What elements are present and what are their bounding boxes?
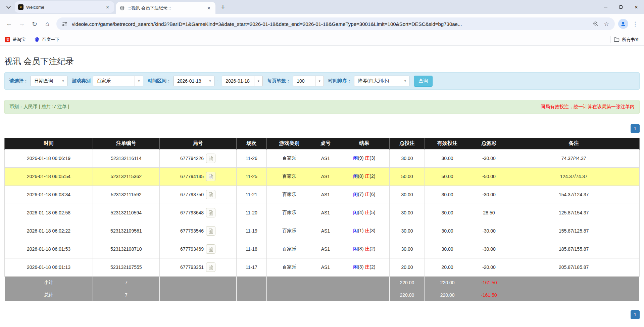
pagination-page-1[interactable]: 1	[631, 124, 640, 133]
cell-note: 74.37/44.37	[508, 149, 640, 167]
cell-time: 2026-01-18 06:02:22	[5, 222, 93, 240]
browser-menu-icon[interactable]: ⋮	[630, 21, 641, 28]
select-type-label: 请选择：	[9, 78, 28, 84]
video-replay-button[interactable]	[206, 244, 215, 254]
cell-note: 155.87/125.87	[508, 222, 640, 240]
chevron-down-icon	[6, 4, 11, 9]
date-start-select[interactable]: 2026-01-18 ▼	[174, 76, 214, 86]
address-bar[interactable]: videoie.com/game/betrecord_search/kind3?…	[56, 17, 615, 30]
back-button[interactable]: ←	[3, 18, 15, 30]
round-id: 677794226	[180, 156, 204, 161]
subtotal-valid-bet: 220.00	[425, 276, 470, 289]
bookmark-baidu[interactable]: 百度一下	[34, 37, 59, 43]
tab-welcome[interactable]: ♛ Welcome ✕	[15, 1, 114, 13]
cell-table-no: AS1	[312, 204, 339, 222]
result-banker: 庄	[365, 264, 369, 270]
column-header: 游戏类别	[267, 138, 312, 149]
cell-payout: -30.00	[470, 222, 508, 240]
subtotal-row: 小计 7 220.00 220.00 -161.50	[5, 276, 640, 289]
cell-result: 闲(4) 庄(5)	[339, 204, 389, 222]
reload-button[interactable]: ↻	[29, 18, 40, 30]
sort-select[interactable]: 降幂(由大到小) ▼	[354, 76, 409, 86]
date-end-value: 2026-01-18	[222, 76, 254, 86]
video-replay-button[interactable]	[206, 208, 215, 217]
query-type-select[interactable]: 日期查询 ▼	[31, 76, 67, 86]
cell-session: 11-20	[236, 204, 267, 222]
maximize-button[interactable]	[613, 0, 629, 14]
cell-game-type: 百家乐	[267, 222, 312, 240]
cell-bet-id: 523132110594	[93, 204, 159, 222]
cell-total-bet: 30.00	[389, 222, 425, 240]
tilde-separator: ~	[217, 78, 219, 84]
cell-note: 205.87/185.87	[508, 258, 640, 276]
cell-total-bet: 50.00	[389, 167, 425, 186]
pagination-page-1[interactable]: 1	[631, 310, 640, 319]
video-replay-button[interactable]	[206, 226, 215, 236]
folder-icon	[614, 37, 620, 42]
cell-table-no: AS1	[312, 240, 339, 258]
filter-panel: 请选择： 日期查询 ▼ 游戏类别 百家乐 ▼ 时间区间： 2026-01-18 …	[4, 72, 640, 90]
home-button[interactable]: ⌂	[42, 18, 53, 30]
result-player: 闲	[353, 173, 358, 179]
all-bookmarks-button[interactable]: 所有书签	[614, 37, 639, 43]
tab-close-icon[interactable]: ✕	[104, 4, 111, 10]
forward-button[interactable]: →	[16, 18, 28, 30]
sort-value: 降幂(由大到小)	[354, 76, 401, 86]
url-text[interactable]: videoie.com/game/betrecord_search/kind3?…	[72, 21, 589, 27]
cell-bet-id: 523132109561	[93, 222, 159, 240]
video-replay-button[interactable]	[206, 172, 215, 181]
cell-table-no: AS1	[312, 222, 339, 240]
tab-bet-record[interactable]: :::视讯 会员下注纪录::: ✕	[116, 2, 215, 14]
welcome-favicon-icon: ♛	[18, 4, 23, 10]
date-end-select[interactable]: 2026-01-18 ▼	[222, 76, 263, 86]
cell-round: 677793648	[159, 204, 236, 222]
cell-note: 154.37/124.37	[508, 186, 640, 204]
video-replay-button[interactable]	[206, 262, 215, 272]
cell-round: 677793351	[159, 258, 236, 276]
total-valid-bet: 220.00	[425, 289, 470, 301]
new-tab-button[interactable]: +	[217, 3, 229, 11]
cell-payout: -30.00	[470, 240, 508, 258]
tab-close-icon[interactable]: ✕	[206, 5, 212, 11]
cell-table-no: AS1	[312, 186, 339, 204]
video-replay-button[interactable]	[206, 190, 215, 199]
search-button[interactable]: 查询	[414, 76, 433, 87]
bookmark-taobao[interactable]: 淘 爱淘宝	[5, 37, 26, 43]
cell-total-bet: 20.00	[389, 258, 425, 276]
column-header: 注单编号	[93, 138, 159, 149]
cell-valid-bet: 20.00	[425, 258, 470, 276]
cell-game-type: 百家乐	[267, 204, 312, 222]
site-settings-icon[interactable]	[61, 20, 68, 28]
table-row: 2026-01-18 06:02:58523132110594677793648…	[5, 204, 640, 222]
round-id: 677793351	[180, 264, 204, 270]
cell-total-bet: 30.00	[389, 204, 425, 222]
bookmarks-bar: 淘 爱淘宝 百度一下 所有书签	[0, 34, 644, 46]
cell-valid-bet: 30.00	[425, 186, 470, 204]
chevron-down-icon: ▼	[254, 76, 262, 86]
cell-session: 11-18	[236, 240, 267, 258]
close-window-button[interactable]: ✕	[629, 0, 644, 14]
cell-valid-bet: 30.00	[425, 149, 470, 167]
cell-round: 677794226	[159, 149, 236, 167]
cell-round: 677793750	[159, 186, 236, 204]
profile-avatar[interactable]	[618, 19, 628, 29]
game-type-select[interactable]: 百家乐 ▼	[93, 76, 143, 86]
total-total-bet: 220.00	[389, 289, 425, 301]
page-size-select[interactable]: 100 ▼	[293, 76, 324, 86]
chevron-down-icon: ▼	[206, 76, 214, 86]
date-start-value: 2026-01-18	[174, 76, 206, 86]
tab-search-button[interactable]	[3, 2, 13, 12]
zoom-out-icon[interactable]	[592, 20, 599, 28]
cell-payout: 28.50	[470, 204, 508, 222]
summary-info-bar: 币别：人民币 | 总共 :7 注单 | 同局有效投注，统一计算在该局第一张注单内	[4, 100, 640, 114]
video-replay-button[interactable]	[206, 154, 215, 163]
cell-note: 124.37/74.37	[508, 167, 640, 186]
chevron-down-icon: ▼	[59, 76, 67, 86]
total-count: 7	[93, 289, 159, 301]
page-content: 视讯 会员下注纪录 请选择： 日期查询 ▼ 游戏类别 百家乐 ▼ 时间区间： 2…	[0, 56, 644, 319]
cell-time: 2026-01-18 06:01:13	[5, 258, 93, 276]
sort-label: 时间排序：	[328, 78, 352, 84]
baidu-icon	[34, 37, 40, 42]
minimize-button[interactable]	[598, 0, 613, 14]
bookmark-star-icon[interactable]: ☆	[603, 20, 610, 28]
